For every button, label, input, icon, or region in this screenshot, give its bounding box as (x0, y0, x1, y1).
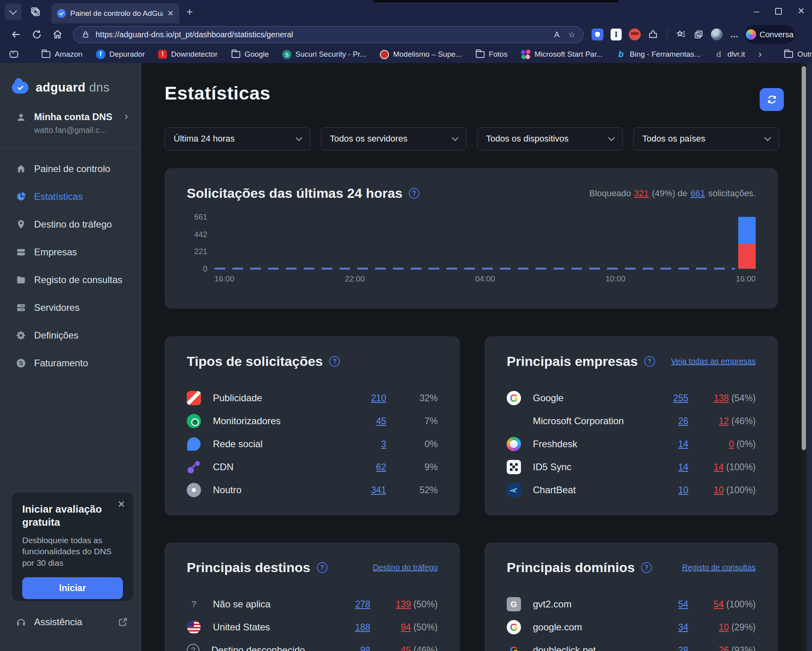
read-aloud-icon[interactable]: A (554, 30, 559, 39)
close-icon[interactable]: ✕ (117, 499, 125, 510)
start-trial-button[interactable]: Iniciar (22, 577, 123, 599)
tab-search-button[interactable] (5, 4, 21, 20)
total-link[interactable]: 14 (645, 462, 688, 473)
collections-icon[interactable] (693, 29, 704, 40)
total-link[interactable]: 98 (327, 645, 370, 651)
browser-menu-icon[interactable]: … (730, 29, 739, 40)
page-scrollbar[interactable] (801, 63, 807, 651)
sidebar-toggle-icon[interactable] (9, 49, 19, 59)
total-link[interactable]: 278 (327, 599, 370, 610)
url-bar[interactable]: https://adguard-dns.io/pt_pt/dashboard/s… (73, 26, 584, 43)
bookmark-item[interactable]: ddlvr.it (714, 50, 745, 59)
count-link[interactable]: 62 (343, 462, 386, 473)
sidebar-item-painel-de-controlo[interactable]: Painel de controlo (0, 155, 142, 183)
total-count-link[interactable]: 661 (690, 188, 705, 199)
bookmark-item[interactable]: fDepurador (96, 50, 145, 59)
count-link[interactable]: 341 (343, 485, 386, 496)
total-link[interactable]: 26 (645, 416, 688, 427)
bookmark-item[interactable]: Amazon (41, 50, 82, 59)
shield-extension-icon[interactable] (592, 29, 603, 40)
refresh-stats-button[interactable] (760, 88, 784, 111)
account-selector[interactable]: Minha conta DNS watto.fan@gmail.c… › (16, 111, 142, 135)
help-icon[interactable]: ? (644, 356, 655, 367)
minimize-button[interactable]: – (754, 6, 759, 17)
traffic-destination-link[interactable]: Destino do tráfego (373, 563, 438, 572)
bookmark-item[interactable]: Modelismo – Supe... (379, 50, 462, 59)
adguard-dns-logo[interactable]: adguard dns (12, 80, 142, 95)
filter-countries[interactable]: Todos os países (633, 127, 779, 150)
blocked-link[interactable]: 45 (401, 645, 411, 651)
other-favorites[interactable]: Outros favoritos (784, 50, 812, 59)
bookmark-item[interactable]: Microsoft Start Par... (521, 50, 603, 59)
sidebar-item-destino-do-trafego[interactable]: Destino do tráfego (0, 211, 142, 238)
support-link[interactable]: Assistência (16, 617, 128, 628)
see-all-companies-link[interactable]: Veja todas as empresas (671, 357, 756, 366)
workspaces-icon[interactable] (30, 6, 41, 17)
blocked-link[interactable]: 26 (719, 645, 729, 651)
total-link[interactable]: 54 (645, 599, 688, 610)
total-link[interactable]: 34 (645, 622, 688, 633)
scrollbar-thumb[interactable] (802, 66, 806, 450)
list-item: G google.com 34 10 (29%) (507, 616, 756, 639)
help-icon[interactable]: ? (329, 356, 340, 367)
new-tab-button[interactable]: + (186, 7, 193, 17)
blocked-link[interactable]: 10 (714, 485, 724, 495)
bookmark-item[interactable]: Google (231, 50, 269, 59)
filter-time-range[interactable]: Última 24 horas (165, 127, 310, 150)
total-link[interactable]: 255 (645, 393, 688, 404)
sidebar-item-registo-de-consultas[interactable]: Registo de consultas (0, 266, 142, 294)
bookmark-item[interactable]: bBing - Ferramentas... (616, 50, 700, 59)
extensions-puzzle-icon[interactable] (648, 29, 658, 40)
sidebar-item-definicoes[interactable]: Definições (0, 322, 142, 349)
total-link[interactable]: 10 (645, 485, 688, 496)
help-icon[interactable]: ? (409, 188, 419, 199)
close-button[interactable]: ✕ (798, 6, 805, 16)
help-icon[interactable]: ? (641, 562, 652, 573)
bookmark-item[interactable]: SSucuri Security - Pr... (282, 50, 366, 59)
promo-title: Iniciar avaliação gratuita (22, 503, 113, 528)
total-link[interactable]: 188 (327, 622, 370, 633)
blocked-link[interactable]: 139 (396, 599, 411, 609)
blocked-link[interactable]: 14 (714, 462, 724, 472)
favorites-hub-icon[interactable] (676, 29, 686, 40)
bookmark-item[interactable]: !Downdetector (158, 50, 217, 59)
list-item: Publicidade 210 32% (187, 387, 438, 410)
svg-text:S: S (19, 360, 23, 366)
sidebar-item-faturamento[interactable]: S Faturamento (0, 349, 142, 377)
count-link[interactable]: 45 (343, 416, 386, 427)
back-icon[interactable] (10, 29, 21, 40)
home-icon[interactable] (52, 29, 63, 40)
profile-avatar[interactable] (711, 29, 723, 40)
background-window-sliver (807, 63, 812, 651)
blocked-link[interactable]: 54 (714, 599, 724, 609)
count-link[interactable]: 3 (343, 439, 386, 450)
blocked-link[interactable]: 0 (729, 439, 734, 449)
refresh-icon[interactable] (32, 29, 42, 40)
total-link[interactable]: 28 (645, 645, 688, 651)
blocked-link[interactable]: 10 (719, 622, 729, 632)
maximize-button[interactable] (775, 8, 782, 15)
url-text[interactable]: https://adguard-dns.io/pt_pt/dashboard/s… (96, 30, 549, 39)
blocked-link[interactable]: 138 (714, 393, 729, 403)
bookmarks-overflow-icon[interactable]: › (758, 49, 762, 60)
bookmark-item[interactable]: Fotos (475, 50, 508, 59)
blocked-link[interactable]: 12 (719, 416, 729, 426)
browser-tab-active[interactable]: Painel de controlo do AdGuard DN ✕ (52, 3, 179, 23)
sidebar-item-estatisticas[interactable]: Estatísticas (0, 183, 142, 211)
filter-servers[interactable]: Todos os servidores (321, 127, 467, 150)
sidebar-item-empresas[interactable]: Empresas (0, 238, 142, 266)
sidebar-item-servidores[interactable]: Servidores (0, 294, 142, 322)
count-link[interactable]: 210 (343, 393, 386, 404)
blocked-link[interactable]: 94 (401, 622, 411, 632)
help-icon[interactable]: ? (317, 562, 327, 573)
query-log-link[interactable]: Registo de consultas (682, 563, 756, 572)
favorite-star-icon[interactable]: ☆ (568, 30, 575, 39)
total-link[interactable]: 14 (645, 439, 688, 450)
i-extension-icon[interactable]: I (611, 29, 622, 40)
filter-devices[interactable]: Todos os dispositivos (477, 127, 623, 150)
tab-close-icon[interactable]: ✕ (167, 9, 174, 18)
stacked-bar-16h[interactable] (738, 217, 756, 269)
blocked-count-link[interactable]: 321 (634, 188, 649, 199)
copilot-chat-button[interactable]: Conversa (745, 25, 795, 44)
adguard-assistant-extension-icon[interactable] (629, 29, 641, 40)
